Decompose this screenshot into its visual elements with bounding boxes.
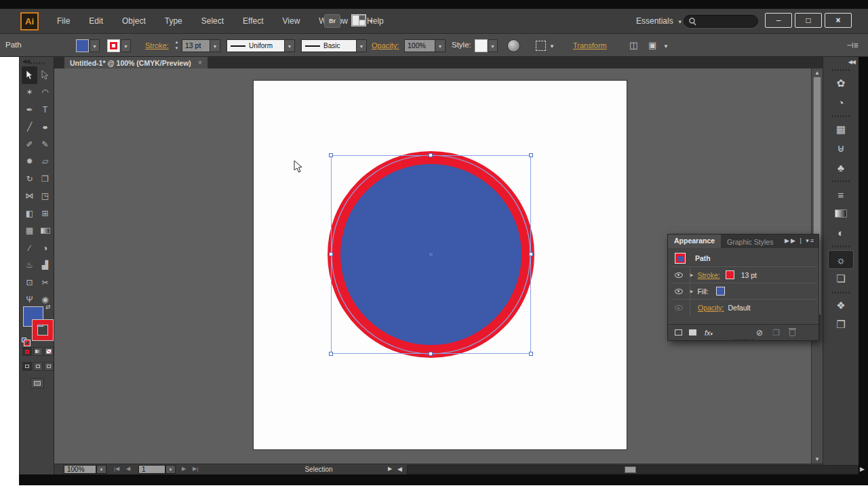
tool-perspective-grid-tool[interactable]: ⊞ [37, 205, 53, 222]
tool-magic-wand-tool[interactable]: ✶ [22, 84, 37, 102]
tool-lasso-tool[interactable]: ◠ [37, 84, 53, 102]
width-profile-select[interactable]: Uniform [226, 39, 285, 52]
selection-handle-n[interactable] [429, 153, 433, 157]
stroke-swatch-dropdown[interactable]: ▼ [121, 39, 131, 52]
chevron-down-icon[interactable]: ▼ [549, 43, 555, 49]
selection-handle-w[interactable] [329, 252, 333, 256]
tool-slice-tool[interactable]: ✂ [37, 274, 53, 291]
scroll-up-icon[interactable]: ▲ [814, 70, 820, 76]
selection-center-point[interactable] [429, 253, 433, 256]
tool-type-tool[interactable]: T [37, 101, 53, 119]
dock-panel-gradient-icon[interactable] [829, 205, 853, 222]
draw-behind-button[interactable] [33, 362, 43, 371]
tool-gradient-tool[interactable] [37, 222, 53, 240]
draw-inside-button[interactable] [44, 362, 54, 371]
expand-panels-icon[interactable]: ◀◀ [848, 59, 855, 65]
tool-direct-selection-tool[interactable] [37, 66, 53, 84]
workspace-switcher[interactable]: Essentials▼ [636, 16, 683, 26]
stroke-panel-link[interactable]: Stroke: [145, 41, 169, 49]
align-objects-icon[interactable]: ◫ [629, 40, 637, 50]
gradient-mode-button[interactable] [33, 347, 43, 356]
fill-row[interactable]: ▶ Fill: [671, 283, 817, 300]
tool-eyedropper-tool[interactable]: ∕ [22, 239, 37, 257]
stroke-width-field[interactable]: 13 pt [182, 39, 210, 52]
tool-eraser-tool[interactable]: ▱ [37, 153, 53, 171]
selection-handle-e[interactable] [529, 252, 533, 256]
draw-normal-button[interactable] [22, 362, 32, 371]
fill-color-swatch[interactable] [76, 39, 89, 52]
dock-panel-color-guide-icon[interactable]: ◔ [829, 94, 853, 111]
tool-blob-brush-tool[interactable]: ✹ [22, 153, 37, 171]
panel-resize-handle[interactable] [733, 339, 755, 341]
opacity-dropdown[interactable]: ▼ [435, 39, 446, 52]
add-new-stroke-icon[interactable] [675, 329, 682, 336]
tab-graphic-styles[interactable]: Graphic Styles [721, 236, 779, 248]
search-input[interactable] [684, 15, 758, 28]
brush-dropdown[interactable]: ▼ [357, 39, 367, 52]
recolor-artwork-icon[interactable] [507, 39, 520, 52]
dock-panel-artboards-icon[interactable]: ❐ [829, 316, 853, 333]
minimize-button[interactable]: – [765, 13, 792, 28]
screen-mode-button[interactable] [31, 378, 44, 388]
close-tab-icon[interactable]: × [198, 59, 202, 66]
fill-swatch-dropdown[interactable]: ▼ [90, 39, 100, 52]
menu-effect[interactable]: Effect [233, 9, 273, 34]
opacity-link[interactable]: Opacity: [698, 304, 724, 312]
visibility-eye-icon-dim[interactable] [675, 305, 683, 310]
scroll-left-icon[interactable]: ◀ [397, 466, 402, 472]
stroke-color-swatch[interactable] [107, 39, 120, 52]
panel-drag-handle[interactable] [28, 62, 45, 64]
scroll-right-icon[interactable]: ▶ [860, 466, 865, 472]
panel-menu-icon[interactable]: ▶▶ | ▾≡ [785, 237, 815, 244]
chevron-down-icon[interactable]: ▼ [663, 43, 669, 49]
stroke-color-swatch[interactable] [726, 270, 734, 279]
dock-panel-appearance-icon[interactable]: ☼ [829, 251, 853, 268]
duplicate-item-icon[interactable]: ❐ [772, 328, 780, 338]
dock-group-drag-handle[interactable] [832, 291, 850, 293]
default-fill-stroke-icon[interactable] [22, 338, 30, 346]
selection-handle-sw[interactable] [329, 352, 333, 356]
dock-panel-color-icon[interactable]: ✿ [829, 75, 853, 92]
stroke-width-stepper[interactable]: ▲▼ [174, 39, 180, 52]
swap-fill-stroke-icon[interactable]: ⇄ [45, 304, 51, 310]
stroke-row[interactable]: ▶ Stroke: 13 pt [671, 267, 817, 283]
visibility-eye-icon[interactable] [675, 272, 683, 278]
dock-group-drag-handle[interactable] [832, 69, 850, 71]
clear-appearance-icon[interactable]: ⊘ [756, 328, 763, 338]
maximize-button[interactable]: □ [795, 13, 822, 28]
appearance-item-row[interactable]: Path [671, 250, 817, 267]
artboard-number-field[interactable]: 1 [138, 465, 165, 474]
tool-shape-builder-tool[interactable]: ◧ [22, 205, 37, 222]
dock-panel-stroke-icon[interactable]: ≡ [829, 186, 853, 203]
none-mode-button[interactable] [44, 347, 54, 356]
brush-select[interactable]: Basic [301, 39, 357, 52]
tool-artboard-tool[interactable]: ⊡ [22, 274, 37, 291]
opacity-row[interactable]: Opacity: Default [671, 300, 817, 316]
tool-scale-tool[interactable]: ❐ [37, 170, 53, 188]
add-new-fill-icon[interactable] [689, 329, 696, 336]
tool-ellipse-tool[interactable]: ● [35, 119, 55, 134]
selection-handle-se[interactable] [529, 352, 533, 356]
zoom-level-field[interactable]: 100% [64, 465, 96, 474]
selection-handle-s[interactable] [429, 352, 433, 356]
opacity-panel-link[interactable]: Opacity: [372, 41, 399, 49]
dock-group-drag-handle[interactable] [832, 245, 850, 247]
arrange-documents-icon[interactable] [351, 14, 366, 26]
tool-width-tool[interactable]: ⋈ [22, 188, 37, 205]
color-mode-button[interactable] [22, 347, 32, 356]
menu-type[interactable]: Type [155, 9, 192, 34]
tool-selection-tool[interactable] [22, 66, 37, 84]
graphic-style-swatch[interactable] [475, 39, 488, 52]
stroke-width-value[interactable]: 13 pt [741, 271, 757, 279]
dock-panel-graphic-styles-icon[interactable]: ❏ [829, 270, 853, 287]
menu-select[interactable]: Select [192, 9, 233, 34]
tool-mesh-tool[interactable]: ▦ [22, 222, 37, 240]
style-dropdown[interactable]: ▼ [488, 39, 498, 52]
horizontal-scroll-thumb[interactable] [625, 466, 636, 473]
tool-symbol-sprayer-tool[interactable]: ♨ [22, 257, 37, 274]
stroke-link[interactable]: Stroke: [697, 271, 719, 279]
stroke-swatch-toolbar[interactable] [33, 320, 53, 340]
menu-file[interactable]: File [47, 9, 79, 34]
tab-appearance[interactable]: Appearance [668, 235, 721, 248]
isolate-selection-icon[interactable] [536, 41, 546, 51]
